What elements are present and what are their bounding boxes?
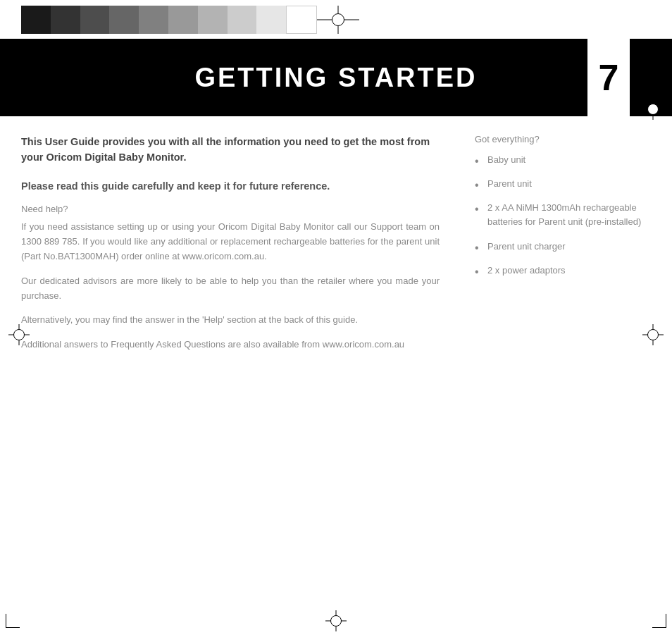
swatch-8 — [228, 6, 257, 34]
got-everything-label: Got everything? — [475, 134, 651, 144]
header-bar: GETTING STARTED — [0, 39, 672, 116]
right-column: Got everything? Baby unit Parent unit 2 … — [468, 134, 651, 600]
bottom-reg-mark — [325, 610, 347, 631]
list-item-parent-unit: Parent unit — [475, 177, 651, 191]
swatch-7 — [198, 6, 228, 34]
list-item-adaptors: 2 x power adaptors — [475, 264, 651, 278]
list-item-charger: Parent unit charger — [475, 240, 651, 254]
sub-heading-text: Please read this guide carefully and kee… — [21, 178, 440, 194]
swatch-6 — [168, 6, 198, 34]
left-column: This User Guide provides you with all th… — [21, 134, 447, 600]
need-help-label: Need help? — [21, 204, 440, 214]
center-reg-mark — [317, 6, 359, 34]
right-top-reg-mark — [642, 99, 664, 120]
left-mid-reg-mark — [8, 324, 30, 345]
intro-bold-text: This User Guide provides you with all th… — [21, 134, 440, 166]
page-number: 7 — [587, 39, 630, 116]
body-paragraph-2: Our dedicated advisors are more likely t… — [21, 274, 440, 304]
list-item-batteries: 2 x AA NiMH 1300mAh rechargeable batteri… — [475, 201, 651, 229]
swatch-3 — [80, 6, 110, 34]
swatch-5 — [139, 6, 168, 34]
body-paragraph-4: Additional answers to Frequently Asked Q… — [21, 338, 440, 352]
content-area: This User Guide provides you with all th… — [21, 134, 651, 600]
color-bar-left — [21, 0, 317, 39]
right-mid-reg-mark — [642, 324, 664, 345]
list-item-baby-unit: Baby unit — [475, 153, 651, 167]
swatch-9 — [256, 6, 286, 34]
corner-mark-bl — [6, 614, 20, 628]
swatch-4 — [109, 6, 139, 34]
swatch-1 — [21, 6, 51, 34]
body-paragraph-3: Alternatively, you may find the answer i… — [21, 313, 440, 328]
color-bar-container — [0, 0, 672, 39]
body-paragraph-1: If you need assistance setting up or usi… — [21, 220, 440, 264]
page-title: GETTING STARTED — [194, 63, 477, 93]
checklist: Baby unit Parent unit 2 x AA NiMH 1300mA… — [475, 153, 651, 278]
swatch-2 — [51, 6, 80, 34]
swatch-10 — [286, 6, 317, 34]
corner-mark-br — [652, 614, 666, 628]
